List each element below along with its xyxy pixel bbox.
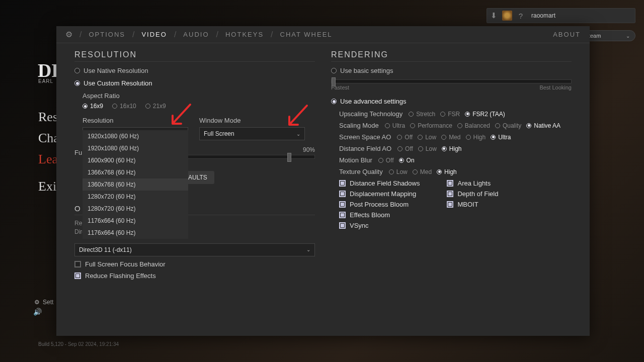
setting-ssao: Screen Space AOOffLowMedHighUltra [339,133,572,141]
renderer-select[interactable]: Direct3D 11 (-dx11) ⌄ [74,243,315,256]
tab-about[interactable]: ABOUT [553,31,581,38]
option-off[interactable]: Off [397,134,413,141]
setting-label: Motion Blur [339,156,372,164]
check-mboit[interactable]: MBOIT [447,201,498,208]
tab-bar: ⚙ / OPTIONS / VIDEO / AUDIO / HOTKEYS / … [56,26,590,43]
download-icon[interactable]: ⬇ [487,9,500,22]
help-icon[interactable]: ? [514,9,527,22]
check-distance-field-shadows[interactable]: Distance Field Shadows [339,179,420,187]
fs-focus-checkbox[interactable] [74,261,81,267]
fs-focus-label: Full Screen Focus Behavior [85,260,166,268]
radio-icon [74,68,80,73]
tab-chatwheel[interactable]: CHAT WHEEL [280,31,333,38]
user-topbar: ⬇ ? raoomart [487,8,635,23]
radio-icon [74,80,80,86]
resverbose-option[interactable]: 1600x900 (60 Hz) [83,154,188,166]
resolution-title: RESOLUTION [74,50,315,62]
setting-texq: Texture QualityLowMedHigh [339,168,572,175]
option-on[interactable]: On [399,157,415,164]
option-off[interactable]: Off [397,145,413,152]
basic-quality-slider[interactable] [331,79,572,83]
radio-icon [331,68,337,73]
check-vsync[interactable]: VSync [339,222,420,229]
username: raoomart [531,12,555,19]
annotation-arrow-icon [282,102,312,134]
chevron-down-icon: ⌄ [306,247,310,252]
rendering-column: RENDERING Use basic settings Fastest Bes… [331,50,572,280]
option-performance[interactable]: Performance [410,122,452,129]
check-post-process-bloom[interactable]: Post Process Bloom [339,201,420,208]
resolution-column: RESOLUTION Use Native Resolution Use Cus… [74,50,315,280]
resverbose-option[interactable]: 1176x664 (60 Hz) [83,227,188,239]
tab-hotkeys[interactable]: HOTKEYS [225,31,264,38]
setting-upscale: Upscaling TechnologyStretchFSRFSR2 (TAA) [339,110,572,118]
option-ultra[interactable]: Ultra [385,122,405,129]
resverbose-option[interactable]: 644x362 (60 Hz) [83,191,188,203]
option-off[interactable]: Off [378,157,394,164]
radio-native-resolution[interactable]: Use Native Resolution [74,67,315,74]
avatar[interactable] [502,11,512,21]
option-med[interactable]: Med [413,168,432,175]
resverbose-option[interactable]: 1920x1080 (60 Hz) [83,130,188,142]
setting-label: Distance Field AO [339,145,391,152]
radio-basic-settings[interactable]: Use basic settings [331,67,572,74]
setting-label: Scaling Mode [339,122,379,129]
check-displacement-mapping[interactable]: Displacement Mapping [339,190,420,198]
checkbox-icon [447,191,453,197]
checkbox-icon [447,201,453,208]
setting-label: Upscaling Technology [339,110,403,118]
reduce-flash-checkbox[interactable] [74,273,81,279]
option-stretch[interactable]: Stretch [409,111,435,118]
sound-icon[interactable]: 🔊 [33,308,42,316]
gear-icon[interactable]: ⚙ [65,30,72,39]
checkbox-icon [339,180,346,187]
option-fsr[interactable]: FSR [440,111,460,118]
setting-scaling: Scaling ModeUltraPerformanceBalancedQual… [339,122,572,129]
option-low[interactable]: Low [389,168,408,175]
annotation-arrow-icon [165,101,195,133]
resverbose-option[interactable]: 1366x768 (60 Hz) [83,166,188,178]
option-high[interactable]: High [466,134,486,141]
resverbose-option[interactable]: 1176x664 (60 Hz) [83,215,188,227]
aspect-21x9[interactable]: 21x9 [145,103,166,110]
resverbose-option[interactable]: 1920x1080 (60 Hz) [83,142,188,154]
option-balanced[interactable]: Balanced [457,122,490,129]
resverbose-option[interactable]: 1360x768 (60 Hz) [83,178,188,191]
option-native-aa[interactable]: Native AA [526,122,560,129]
slider-prefix: Fu [74,149,82,156]
setting-label: Texture Quality [339,168,383,175]
radio-advanced-settings[interactable]: Use advanced settings [331,98,572,105]
basic-best-label: Best Looking [539,84,572,90]
tab-video[interactable]: VIDEO [141,31,167,38]
option-quality[interactable]: Quality [495,122,521,129]
bg-settings[interactable]: Sett [34,299,53,306]
tab-audio[interactable]: AUDIO [183,31,209,38]
aspect-16x10[interactable]: 16x10 [112,103,136,110]
radio-icon [331,99,337,104]
option-fsr2-taa-[interactable]: FSR2 (TAA) [465,111,505,118]
option-high[interactable]: High [442,145,462,152]
checkbox-icon [339,222,346,229]
tab-options[interactable]: OPTIONS [89,31,125,38]
option-med[interactable]: Med [441,134,460,141]
rendering-title: RENDERING [331,50,572,62]
radio-custom-resolution[interactable]: Use Custom Resolution [74,79,315,87]
option-ultra[interactable]: Ultra [491,134,511,141]
checkbox-icon [447,180,453,187]
check-depth-of-field[interactable]: Depth of Field [447,190,498,198]
check-effects-bloom[interactable]: Effects Bloom [339,211,420,219]
aspect-ratio-label: Aspect Ratio [83,92,315,100]
setting-dfao: Distance Field AOOffLowHigh [339,145,572,152]
resverbose-option[interactable]: 644x362 (60 Hz) [83,203,188,215]
option-high[interactable]: High [437,168,457,175]
setting-mblur: Motion BlurOffOn [339,156,572,164]
build-info: Build 5,120 - Sep 02 2024, 19:21:34 [38,341,119,347]
option-low[interactable]: Low [418,145,437,152]
resolution-dropdown: 1920x1080 (60 Hz)1920x1080 (60 Hz)1600x9… [83,130,188,239]
background-subtitle: EARL [38,78,53,84]
reduce-flash-label: Reduce Flashing Effects [85,272,156,280]
aspect-16x9[interactable]: 16x9 [83,103,103,110]
check-area-lights[interactable]: Area Lights [447,179,498,187]
checkbox-icon [339,212,346,218]
option-low[interactable]: Low [418,134,436,141]
